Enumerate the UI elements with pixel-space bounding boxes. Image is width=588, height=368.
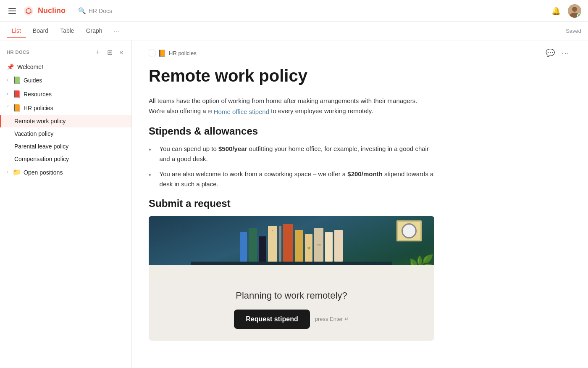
folder-emoji-guides: 📗 (13, 76, 21, 84)
sidebar-item-vacation[interactable]: Vacation policy ⊡ (0, 127, 131, 140)
request-stipend-button[interactable]: Request stipend (234, 310, 310, 329)
doc-header: 📙 HR policies 💬 ⋯ (132, 40, 588, 62)
folder-emoji-resources: 📕 (13, 90, 21, 98)
sidebar-item-open-positions[interactable]: › 📁 Open positions ⊡ (0, 165, 131, 179)
workspace-title: HR DOCS (7, 50, 29, 55)
sidebar-item-label: Vacation policy (14, 130, 117, 137)
notifications-button[interactable]: 🔔 (549, 4, 563, 18)
main-layout: HR DOCS + ⊞ « 📌 Welcome! ⊡ › 📗 Guides ⊡ … (0, 40, 588, 368)
chevron-down-icon: › (5, 106, 10, 111)
pin-icon: 📌 (7, 64, 14, 70)
cta-button-row: Request stipend press Enter ↵ (165, 310, 417, 329)
svg-point-1 (26, 11, 27, 13)
saved-status: Saved (566, 28, 581, 34)
doc-intro: All teams have the option of working fro… (149, 96, 434, 117)
sidebar-item-label: Parental leave policy (14, 143, 117, 150)
list-item-text: You can spend up to $500/year outfitting… (160, 144, 434, 164)
cta-card: Planning to work remotely? Request stipe… (149, 278, 434, 341)
breadcrumb-checkbox[interactable] (149, 50, 155, 56)
sidebar-header: HR DOCS + ⊞ « (0, 45, 131, 61)
sidebar-item-welcome[interactable]: 📌 Welcome! ⊡ (0, 61, 131, 73)
svg-point-2 (30, 11, 32, 13)
hamburger-menu[interactable] (7, 6, 18, 16)
sidebar-item-resources[interactable]: › 📕 Resources ⊡ (0, 87, 131, 101)
home-office-stipend-link[interactable]: ⊞ Home office stipend (208, 107, 269, 117)
topbar: Nuclino 🔍 HR Docs 🔔 (0, 0, 588, 22)
section-submit-title: Submit a request (149, 198, 434, 209)
doc-body: Remote work policy All teams have the op… (132, 62, 451, 357)
shelf-books: ✈ 🌿 ART (240, 224, 343, 262)
more-options-button[interactable]: ⋯ (111, 25, 122, 37)
breadcrumb-folder-emoji: 📙 (158, 49, 166, 57)
rug (149, 265, 434, 278)
expand-sidebar-button[interactable]: ⊞ (105, 47, 115, 57)
sidebar-item-parental[interactable]: Parental leave policy ⊡ (0, 140, 131, 153)
sidebar-item-label: Compensation policy (14, 156, 117, 162)
folder-emoji-positions: 📁 (13, 168, 21, 176)
cta-hint: press Enter ↵ (315, 316, 349, 322)
folder-emoji-hr: 📙 (13, 104, 21, 112)
chevron-right-icon: › (5, 170, 10, 175)
search-text: HR Docs (89, 8, 112, 14)
tab-list[interactable]: List (7, 24, 26, 38)
sidebar-item-compensation[interactable]: Compensation policy ⊡ (0, 153, 131, 165)
sidebar-item-remote-work[interactable]: Remote work policy ⊡ (0, 115, 131, 127)
doc-actions: 💬 ⋯ (544, 47, 571, 59)
sidebar: HR DOCS + ⊞ « 📌 Welcome! ⊡ › 📗 Guides ⊡ … (0, 40, 132, 368)
doc-title: Remote work policy (149, 66, 434, 86)
logo-text: Nuclino (38, 6, 66, 15)
comments-button[interactable]: 💬 (544, 47, 556, 59)
breadcrumb: 📙 HR policies (149, 49, 197, 57)
sidebar-item-label: HR policies (24, 105, 117, 111)
search-icon: 🔍 (78, 7, 86, 15)
svg-point-0 (24, 6, 34, 16)
logo[interactable]: Nuclino (23, 5, 66, 17)
section-stipends-title: Stipends & allowances (149, 125, 434, 137)
shelf (191, 262, 392, 265)
sidebar-item-label: Resources (24, 91, 117, 98)
office-image: ✈ 🌿 ART 🌿 (149, 216, 434, 278)
search-bar[interactable]: 🔍 HR Docs (74, 5, 116, 17)
sidebar-item-label: Open positions (24, 169, 117, 176)
chevron-right-icon: › (5, 78, 10, 82)
list-item-yearly: You can spend up to $500/year outfitting… (149, 144, 434, 164)
tab-board[interactable]: Board (28, 24, 53, 38)
sidebar-item-guides[interactable]: › 📗 Guides ⊡ (0, 73, 131, 87)
sidebar-item-label: Welcome! (17, 64, 117, 70)
sidebar-item-hr-policies[interactable]: › 📙 HR policies ⊡ (0, 101, 131, 115)
frame-decoration (396, 220, 422, 241)
document-content: 📙 HR policies 💬 ⋯ Remote work policy All… (132, 40, 588, 368)
tab-graph[interactable]: Graph (81, 24, 108, 38)
breadcrumb-folder-name: HR policies (169, 50, 197, 56)
online-indicator (577, 13, 581, 18)
avatar[interactable] (568, 4, 581, 18)
list-item-text: You are also welcome to work from a cowo… (160, 169, 434, 189)
sidebar-actions: + ⊞ « (93, 47, 126, 57)
cta-text: Planning to work remotely? (165, 290, 417, 301)
svg-point-3 (28, 8, 29, 9)
logo-icon (23, 5, 34, 17)
svg-point-5 (572, 7, 577, 12)
add-item-button[interactable]: + (93, 47, 103, 57)
sidebar-item-label: Remote work policy (14, 118, 117, 124)
collapse-sidebar-button[interactable]: « (116, 47, 126, 57)
chevron-right-icon: › (5, 92, 10, 96)
tab-table[interactable]: Table (55, 24, 79, 38)
sidebar-item-label: Guides (24, 77, 117, 84)
list-item-monthly: You are also welcome to work from a cowo… (149, 169, 434, 189)
more-options-button[interactable]: ⋯ (559, 47, 571, 59)
nav-tabs: List Board Table Graph ⋯ Saved (0, 22, 588, 40)
stipends-list: You can spend up to $500/year outfitting… (149, 144, 434, 189)
